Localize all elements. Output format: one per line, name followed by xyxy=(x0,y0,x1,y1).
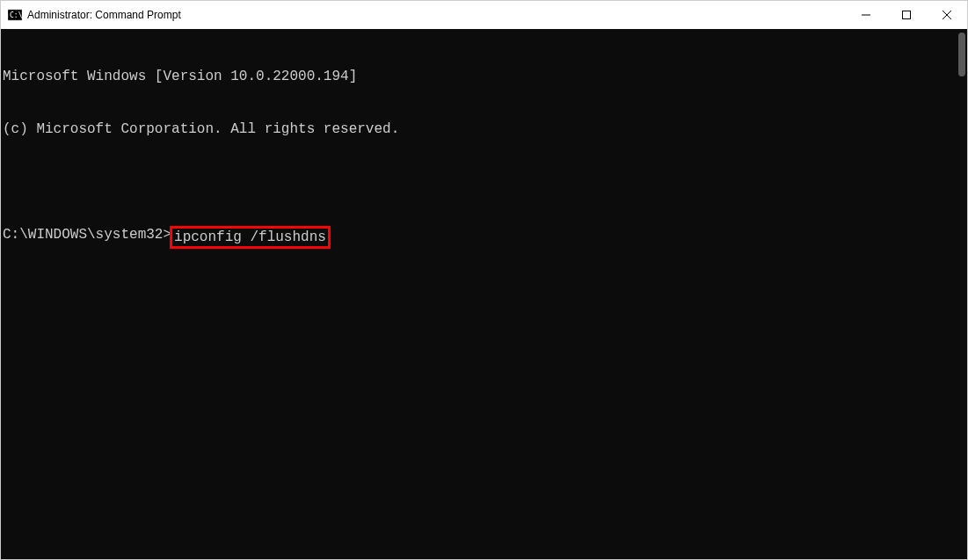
svg-text:C:\: C:\ xyxy=(10,11,22,19)
terminal-line-copyright: (c) Microsoft Corporation. All rights re… xyxy=(3,120,965,138)
window-title: Administrator: Command Prompt xyxy=(27,9,181,21)
minimize-button[interactable] xyxy=(846,1,886,29)
command-highlight: ipconfig /flushdns xyxy=(170,226,331,249)
minimize-icon xyxy=(862,11,870,19)
terminal-blank-line xyxy=(3,173,965,191)
cmd-icon: C:\ xyxy=(8,8,22,22)
close-icon xyxy=(943,11,951,19)
command-prompt-window: C:\ Administrator: Command Prompt xyxy=(0,0,968,560)
window-controls xyxy=(846,1,967,29)
scrollbar-thumb[interactable] xyxy=(958,33,965,76)
maximize-button[interactable] xyxy=(886,1,927,29)
terminal-prompt: C:\WINDOWS\system32> xyxy=(3,226,171,244)
title-left: C:\ Administrator: Command Prompt xyxy=(8,8,181,22)
terminal-prompt-line: C:\WINDOWS\system32>ipconfig /flushdns xyxy=(3,226,965,249)
maximize-icon xyxy=(902,11,911,19)
terminal-content: Microsoft Windows [Version 10.0.22000.19… xyxy=(1,29,967,287)
terminal-area[interactable]: Microsoft Windows [Version 10.0.22000.19… xyxy=(1,29,967,559)
terminal-line-version: Microsoft Windows [Version 10.0.22000.19… xyxy=(3,68,965,85)
title-bar[interactable]: C:\ Administrator: Command Prompt xyxy=(1,1,967,29)
scrollbar[interactable] xyxy=(953,29,967,559)
terminal-command: ipconfig /flushdns xyxy=(174,229,326,245)
close-button[interactable] xyxy=(927,1,967,29)
svg-rect-3 xyxy=(903,11,911,19)
